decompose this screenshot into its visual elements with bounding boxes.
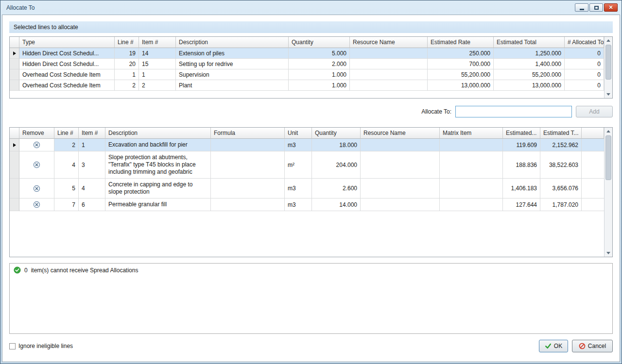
cell-resource: [350, 59, 428, 69]
scroll-down-button[interactable]: [605, 249, 612, 257]
cell-filler: [582, 151, 604, 179]
cell-quantity: 204.000: [312, 151, 361, 179]
cell-description: Supervision: [176, 69, 289, 80]
selected-lines-header-label: Selected lines to allocate: [14, 24, 78, 31]
col-header-line[interactable]: Line #: [54, 128, 79, 139]
cell-item: 15: [139, 59, 176, 69]
cell-est-total: 38,522.603: [540, 151, 582, 179]
row-selector[interactable]: [10, 59, 19, 69]
cell-rate: 700.000: [428, 59, 494, 69]
col-header-quantity[interactable]: Quantity: [312, 128, 361, 139]
allocation-table-header-row: Remove Line # Item # Description Formula…: [10, 128, 604, 139]
table-row[interactable]: 7 6 Permeable granular fill m3 14.000 12…: [10, 199, 604, 211]
cell-est-rate: 188.836: [503, 151, 540, 179]
cell-matrix: [440, 139, 503, 151]
cell-allocated: 0: [565, 80, 604, 91]
cell-description: Permeable granular fill: [105, 199, 211, 211]
col-header-remove[interactable]: Remove: [19, 128, 54, 139]
remove-icon: [33, 161, 40, 168]
col-header-rate[interactable]: Estimated Rate: [428, 37, 494, 48]
allocate-to-input[interactable]: [455, 106, 572, 117]
cell-est-rate: 119.609: [503, 139, 540, 151]
col-header-est-total[interactable]: Estimated T...: [540, 128, 582, 139]
cell-filler: [582, 199, 604, 211]
cell-unit: m3: [285, 179, 312, 199]
table-row[interactable]: Hidden Direct Cost Schedul... 20 15 Sett…: [10, 59, 604, 69]
add-button[interactable]: Add: [576, 106, 613, 117]
selected-lines-header: Selected lines to allocate: [9, 21, 613, 33]
cell-resource: [350, 80, 428, 91]
titlebar[interactable]: Allocate To ✕: [2, 0, 620, 15]
cell-formula: [211, 199, 285, 211]
col-header-type[interactable]: Type: [19, 37, 115, 48]
arrow-up-icon: [606, 39, 610, 42]
col-header-description[interactable]: Description: [105, 128, 211, 139]
success-check-icon: [14, 266, 21, 274]
cell-est-total: 3,656.076: [540, 179, 582, 199]
current-row-arrow-icon: [13, 143, 16, 147]
col-header-resource[interactable]: Resource Name: [361, 128, 440, 139]
row-selector[interactable]: [10, 179, 19, 199]
minimize-button[interactable]: [575, 3, 588, 12]
col-header-description[interactable]: Description: [176, 37, 289, 48]
cell-type: Hidden Direct Cost Schedul...: [19, 48, 115, 59]
cell-formula: [211, 151, 285, 179]
row-selector[interactable]: [10, 69, 19, 80]
table-row[interactable]: 4 3 Slope protection at abutments, "Terr…: [10, 151, 604, 179]
row-selector[interactable]: [10, 80, 19, 91]
ignore-ineligible-checkbox[interactable]: [9, 343, 16, 349]
scrollbar-thumb[interactable]: [605, 135, 611, 180]
col-header-allocated[interactable]: # Allocated To: [565, 37, 604, 48]
scrollbar-thumb[interactable]: [605, 45, 611, 80]
row-selector[interactable]: [10, 48, 19, 59]
ok-button[interactable]: OK: [539, 340, 568, 352]
col-header-formula[interactable]: Formula: [211, 128, 285, 139]
cell-item: 6: [79, 199, 105, 211]
cell-type: Overhead Cost Schedule Item: [19, 69, 115, 80]
cell-line: 5: [54, 179, 79, 199]
row-selector[interactable]: [10, 139, 19, 151]
table-row[interactable]: Hidden Direct Cost Schedul... 19 14 Exte…: [10, 48, 604, 59]
remove-button[interactable]: [19, 179, 54, 199]
cell-matrix: [440, 151, 503, 179]
scroll-up-button[interactable]: [605, 37, 612, 44]
maximize-button[interactable]: [589, 3, 603, 12]
remove-button[interactable]: [19, 151, 54, 179]
table-row[interactable]: Overhead Cost Schedule Item 2 2 Plant 1.…: [10, 80, 604, 91]
remove-button[interactable]: [19, 139, 54, 151]
cell-resource: [350, 69, 428, 80]
col-header-resource[interactable]: Resource Name: [350, 37, 428, 48]
dialog-content: Selected lines to allocate Type Line # I…: [2, 15, 620, 362]
cell-est-rate: 1,406.183: [503, 179, 540, 199]
cell-description: Setting up for redrive: [176, 59, 289, 69]
ignore-ineligible-checkbox-group[interactable]: Ignore ineligible lines: [9, 343, 73, 349]
table-row[interactable]: Overhead Cost Schedule Item 1 1 Supervis…: [10, 69, 604, 80]
scrollbar[interactable]: [604, 37, 612, 98]
col-header-matrix[interactable]: Matrix Item: [440, 128, 503, 139]
col-header-quantity[interactable]: Quantity: [289, 37, 350, 48]
close-icon: ✕: [608, 5, 613, 10]
close-button[interactable]: ✕: [604, 3, 618, 12]
col-header-item[interactable]: Item #: [139, 37, 176, 48]
row-selector[interactable]: [10, 151, 19, 179]
cell-rate: 250.000: [428, 48, 494, 59]
col-header-unit[interactable]: Unit: [285, 128, 312, 139]
remove-button[interactable]: [19, 199, 54, 211]
col-header-total[interactable]: Estimated Total: [494, 37, 565, 48]
cell-quantity: 2.600: [312, 179, 361, 199]
cell-item: 1: [79, 139, 105, 151]
arrow-down-icon: [606, 93, 610, 96]
ineligible-items-panel: 0 item(s) cannot receive Spread Allocati…: [9, 263, 613, 334]
table-row[interactable]: 2 1 Excavation and backfill for pier m3 …: [10, 139, 604, 151]
col-header-est-rate[interactable]: Estimated...: [503, 128, 540, 139]
scroll-up-button[interactable]: [605, 128, 612, 135]
scrollbar[interactable]: [604, 128, 612, 257]
col-header-item[interactable]: Item #: [79, 128, 105, 139]
table-row[interactable]: 5 4 Concrete in capping and edge to slop…: [10, 179, 604, 199]
cell-line: 7: [54, 199, 79, 211]
dialog-footer: Ignore ineligible lines OK Cancel: [9, 340, 613, 352]
scroll-down-button[interactable]: [605, 91, 612, 98]
row-selector[interactable]: [10, 199, 19, 211]
col-header-line[interactable]: Line #: [115, 37, 139, 48]
cancel-button[interactable]: Cancel: [572, 340, 613, 352]
